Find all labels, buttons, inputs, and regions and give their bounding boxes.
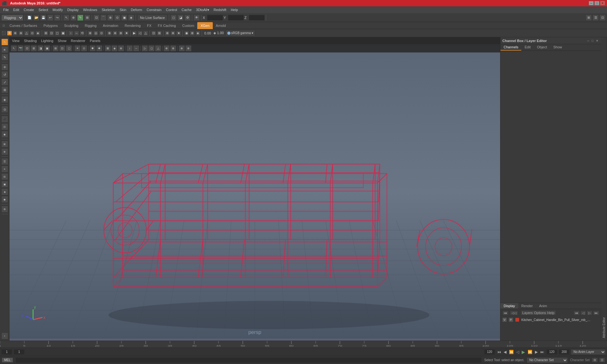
- timeline-ruler[interactable]: 1 5 10 15 20 25 30 35 40 45: [0, 341, 607, 348]
- no-live-surface-dropdown[interactable]: No Live Surface: [137, 15, 168, 21]
- tool-6[interactable]: ⊙: [30, 31, 35, 36]
- display-mode-2[interactable]: ⊡: [1, 123, 8, 130]
- bookmark-1[interactable]: ☰: [1, 158, 8, 165]
- menu-select[interactable]: Select: [37, 7, 50, 12]
- tool-8[interactable]: ⊞: [43, 31, 48, 36]
- menu-windows[interactable]: Windows: [81, 7, 99, 12]
- new-file-button[interactable]: 📄: [26, 15, 33, 21]
- tool-29[interactable]: ★: [176, 31, 181, 36]
- vp-shadow-btn[interactable]: ⊙: [81, 45, 87, 52]
- attribute-editor-tab[interactable]: Attribute Editor: [601, 37, 607, 341]
- tab-rigging[interactable]: Rigging: [82, 22, 100, 29]
- layer-nav-4[interactable]: ⏭: [593, 311, 599, 315]
- anim-layer-dropdown[interactable]: No Anim Layer: [571, 349, 606, 355]
- vp-camera-btn[interactable]: 📷: [17, 45, 24, 52]
- menu-skin[interactable]: Skin: [118, 7, 128, 12]
- show-manipulator-tool[interactable]: ⊙: [1, 106, 8, 113]
- step-back-button[interactable]: ◀: [503, 350, 507, 354]
- vp-orbit-btn[interactable]: ↔: [133, 45, 139, 52]
- status-settings-btn-1[interactable]: ⚙: [592, 358, 598, 362]
- menu-edit[interactable]: Edit: [11, 7, 21, 12]
- tool-3[interactable]: ⊕: [13, 31, 18, 36]
- status-settings-btn-2[interactable]: ☰: [599, 358, 605, 362]
- select-tool-button[interactable]: ↖: [63, 15, 70, 21]
- menu-cache[interactable]: Cache: [180, 7, 193, 12]
- snap-live-button[interactable]: ◈: [128, 15, 134, 21]
- viewport[interactable]: ↖ 📷 ⊡ ⊞ ◨ ▣ ⊞ ⊡ ◻ ☀ ⊙ ✱ ✚ ⊠ ◈ ⊕: [9, 44, 500, 341]
- tool-2[interactable]: ✚: [7, 31, 12, 36]
- cb-tab-show[interactable]: Show: [550, 44, 565, 51]
- select-arrow-tool[interactable]: ↖: [1, 39, 8, 46]
- tool-30[interactable]: ◉: [184, 31, 189, 36]
- next-key-button[interactable]: ⏩: [527, 350, 533, 354]
- vp-wireframe-btn[interactable]: ⊞: [52, 45, 59, 52]
- vp-snapping-btn[interactable]: △: [155, 45, 161, 52]
- show-hide-button[interactable]: 👁: [193, 15, 200, 21]
- tool-7[interactable]: ◈: [35, 31, 40, 36]
- tool-16[interactable]: ◎: [93, 31, 98, 36]
- undo-button[interactable]: ↩: [47, 15, 53, 21]
- expand-tool[interactable]: +: [1, 332, 8, 339]
- current-frame-input[interactable]: [14, 349, 25, 355]
- tab-dots-left[interactable]: ⊡: [1, 24, 6, 27]
- channel-box-minimize[interactable]: ─: [586, 39, 590, 43]
- lp-tab-layers[interactable]: Layers: [522, 311, 533, 315]
- lp-tab-display[interactable]: Display: [500, 303, 518, 309]
- vp-menu-renderer[interactable]: Renderer: [70, 38, 87, 43]
- soft-select-tool[interactable]: ◈: [1, 96, 8, 103]
- save-file-button[interactable]: 💾: [40, 15, 46, 21]
- frame-all[interactable]: ⊞: [1, 141, 8, 148]
- vp-film-gate-btn[interactable]: ◈: [111, 45, 118, 52]
- open-file-button[interactable]: 📂: [33, 15, 40, 21]
- tool-settings[interactable]: ⚙: [1, 206, 8, 213]
- go-to-start-button[interactable]: ⏮: [496, 350, 502, 354]
- cb-tab-edit[interactable]: Edit: [521, 44, 534, 51]
- vp-bounding-box-btn[interactable]: ◻: [66, 45, 72, 52]
- layer-prev2-btn[interactable]: ◁◁: [510, 311, 518, 315]
- lasso-select-tool[interactable]: ⊕: [1, 46, 8, 53]
- rotate-tool[interactable]: ↺: [1, 71, 8, 78]
- layer-nav-2[interactable]: ◁: [580, 311, 586, 315]
- tool-14[interactable]: ⟲: [80, 31, 85, 36]
- snap-view-button[interactable]: ⊙: [114, 15, 120, 21]
- vp-playblast-btn[interactable]: ▷: [142, 45, 148, 52]
- tool-21[interactable]: ★: [124, 31, 129, 36]
- menu-skeleton[interactable]: Skeleton: [100, 7, 117, 12]
- render-settings-button[interactable]: ⚙: [184, 15, 191, 21]
- tool-15[interactable]: ⊕: [88, 31, 93, 36]
- tool-19[interactable]: ⊗: [113, 31, 118, 36]
- tab-rendering[interactable]: Rendering: [121, 22, 144, 29]
- tool-22[interactable]: ▶: [132, 31, 137, 36]
- vp-num-down[interactable]: ⊗: [185, 45, 192, 52]
- scale-tool[interactable]: ⤢: [1, 79, 8, 86]
- bookmark-4[interactable]: ▣: [1, 181, 8, 188]
- bookmark-2[interactable]: ≡: [1, 166, 8, 173]
- tool-12[interactable]: ↕: [68, 31, 73, 36]
- tab-xgen[interactable]: XGen: [197, 22, 212, 29]
- tool-9[interactable]: ⊡: [49, 31, 54, 36]
- tool-27[interactable]: ⊕: [165, 31, 170, 36]
- color-space-button[interactable]: sRGB gamma ▾: [225, 30, 255, 36]
- tab-polygons[interactable]: Polygons: [40, 22, 61, 29]
- vp-menu-show[interactable]: Show: [57, 38, 68, 43]
- menu-modify[interactable]: Modify: [51, 7, 64, 12]
- play-button[interactable]: ▶: [521, 349, 526, 355]
- tool-20[interactable]: ⊕: [118, 31, 123, 36]
- character-set-dropdown[interactable]: No Character Set: [527, 357, 568, 363]
- snap-surface-button[interactable]: ▣: [121, 15, 127, 21]
- tab-arnold[interactable]: Arnold: [213, 22, 229, 29]
- universal-manipulator[interactable]: ⊞: [1, 86, 8, 93]
- tool-18[interactable]: ⊕: [107, 31, 112, 36]
- tab-animation[interactable]: Animation: [100, 22, 121, 29]
- workspace-dropdown[interactable]: Rigging: [1, 15, 23, 21]
- menu-control[interactable]: Control: [164, 7, 179, 12]
- channel-box-controls[interactable]: ─ □ ✕: [586, 39, 599, 43]
- play-backward-button[interactable]: ◁: [515, 350, 520, 354]
- tool-28[interactable]: ⊗: [170, 31, 175, 36]
- display-mode-3[interactable]: ◉: [1, 131, 8, 138]
- bookmark-3[interactable]: ⊟: [1, 173, 8, 180]
- tool-32[interactable]: ◈: [195, 31, 200, 36]
- snap-curve-button[interactable]: ⌒: [100, 15, 107, 21]
- tab-custom[interactable]: Custom: [179, 22, 198, 29]
- vp-light-btn[interactable]: ☀: [74, 45, 81, 52]
